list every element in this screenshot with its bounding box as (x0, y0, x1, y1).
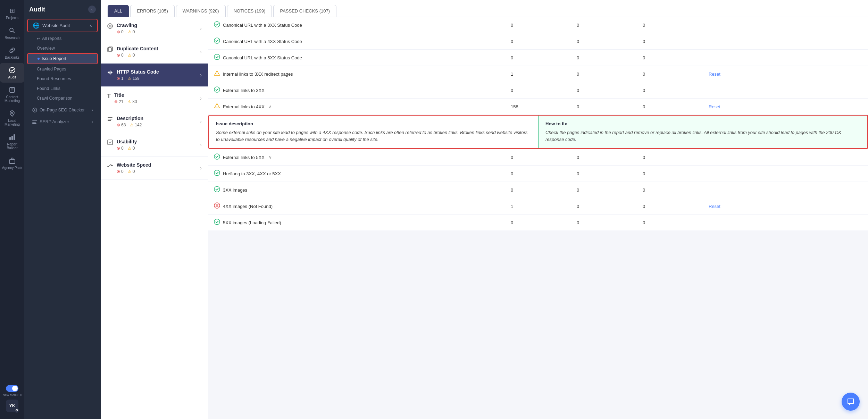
usability-warnings: 0 (133, 146, 135, 151)
category-crawling[interactable]: Crawling ⊗ 0 ⚠ 0 › (101, 17, 208, 40)
title-warnings: 80 (132, 99, 137, 104)
category-usability[interactable]: Usability ⊗ 0 ⚠ 0 › (101, 133, 208, 157)
reset-link[interactable]: Reset (709, 204, 720, 209)
category-left: T Title ⊗ 21 ⚠ 80 (107, 92, 137, 104)
category-left: Crawling ⊗ 0 ⚠ 0 (107, 23, 137, 34)
research-icon (8, 27, 16, 34)
nav-item-audit[interactable]: Audit (0, 63, 24, 83)
sidebar-item-found-resources[interactable]: Found Resources (27, 74, 98, 84)
content-marketing-icon (8, 86, 16, 94)
sidebar-serp-analyzer-header[interactable]: SERP Analyzer › (27, 116, 98, 127)
category-http-status[interactable]: HTTP Status Code ⊗ 1 ⚠ 159 (101, 64, 208, 87)
crawling-stats: ⊗ 0 ⚠ 0 (117, 30, 137, 34)
nav-item-agency-pack[interactable]: Agency Pack (0, 153, 24, 173)
tab-errors[interactable]: ERRORS (105) (130, 5, 175, 17)
tab-passed-checks[interactable]: PASSED CHECKS (107) (273, 5, 336, 17)
col2: 0 (505, 17, 571, 33)
table-row-external-4xx[interactable]: ! External links to 4XX ∧ 158 0 0 Reset (208, 99, 868, 115)
category-chevron5: › (200, 119, 202, 124)
category-description[interactable]: Description ⊗ 68 ⚠ 142 (101, 110, 208, 133)
nav-item-local-marketing[interactable]: Local Marketing (0, 106, 24, 130)
chat-button[interactable] (842, 393, 860, 411)
website-speed-stats: ⊗ 0 ⚠ 0 (117, 169, 151, 174)
reset-link[interactable]: Reset (709, 72, 720, 77)
nav-item-backlinks[interactable]: Backlinks (0, 43, 24, 63)
description-stats: ⊗ 68 ⚠ 142 (117, 123, 143, 127)
sidebar-item-found-links[interactable]: Found Links (27, 84, 98, 93)
chevron-up-icon: ∧ (89, 23, 92, 28)
sidebar-item-crawl-comparison[interactable]: Crawl Comparison (27, 93, 98, 103)
svg-point-22 (214, 87, 220, 92)
check-icon (214, 186, 220, 194)
duplicate-content-stats: ⊗ 0 ⚠ 0 (117, 53, 158, 58)
desc-warn-icon: ⚠ (130, 123, 134, 127)
issue-name-cell: 3XX images (214, 186, 500, 194)
usability-error-icon: ⊗ (117, 146, 120, 151)
svg-rect-12 (32, 123, 36, 124)
col4: 0 (637, 17, 703, 33)
on-page-seo-left: On-Page SEO Checker (32, 107, 85, 113)
sidebar-sub-items: ↩ All reports Overview Issue Report Craw… (24, 34, 101, 103)
warn-icon: ! (214, 103, 220, 110)
tab-all[interactable]: ALL (108, 5, 129, 17)
nav-item-projects[interactable]: ⊞ Projects (0, 3, 24, 23)
chevron-right-icon: › (92, 108, 93, 112)
svg-text:!: ! (216, 72, 217, 75)
svg-point-20 (214, 54, 220, 60)
serp-analyzer-left: SERP Analyzer (32, 119, 69, 125)
table-row[interactable]: External links to 5XX ∨ 0 0 0 (208, 149, 868, 166)
crawling-warn-icon: ⚠ (128, 30, 132, 34)
sidebar-collapse-button[interactable]: ‹ (88, 6, 96, 13)
issue-description-text: Some external links on your site lead to… (216, 129, 531, 143)
sidebar-item-crawled-pages[interactable]: Crawled Pages (27, 64, 98, 74)
category-duplicate-content[interactable]: Duplicate Content ⊗ 0 ⚠ 0 (101, 40, 208, 64)
title-errors: 21 (119, 99, 123, 104)
sidebar-item-all-reports[interactable]: ↩ All reports (27, 34, 98, 43)
sidebar-on-page-seo-header[interactable]: On-Page SEO Checker › (27, 104, 98, 116)
issue-description-box: Issue description Some external links on… (209, 116, 539, 148)
issue-name: External links to 3XX (223, 88, 265, 93)
audit-label: Audit (8, 75, 16, 79)
new-menu-toggle[interactable] (6, 385, 18, 392)
title-error-icon: ⊗ (114, 99, 118, 104)
table-row: 3XX images 0 0 0 (208, 182, 868, 198)
sidebar-item-overview[interactable]: Overview (27, 43, 98, 53)
category-title[interactable]: T Title ⊗ 21 ⚠ 80 (101, 87, 208, 110)
user-avatar[interactable]: YK ⚙ (6, 400, 18, 412)
category-chevron2: › (200, 49, 202, 55)
nav-item-research[interactable]: Research (0, 23, 24, 43)
duplicate-content-icon (107, 46, 113, 54)
nav-item-content-marketing[interactable]: Content Marketing (0, 83, 24, 106)
check-icon (214, 153, 220, 161)
chevron-down-icon: ∨ (269, 155, 272, 160)
svg-point-18 (214, 22, 220, 27)
sidebar-website-audit-header[interactable]: 🌐 Website Audit ∧ (27, 19, 98, 32)
svg-text:!: ! (216, 105, 217, 108)
local-marketing-icon (8, 110, 16, 117)
issue-report-label: Issue Report (42, 56, 66, 61)
issue-name: Hreflang to 3XX, 4XX or 5XX (223, 171, 281, 176)
dup-errors: 0 (121, 53, 124, 58)
sidebar-item-issue-report[interactable]: Issue Report (27, 53, 98, 64)
categories-panel: Crawling ⊗ 0 ⚠ 0 › (101, 17, 208, 419)
speed-warn-icon: ⚠ (128, 169, 132, 174)
found-resources-label: Found Resources (37, 76, 71, 81)
svg-point-14 (109, 25, 111, 27)
tab-notices[interactable]: NOTICES (199) (227, 5, 272, 17)
category-chevron3: › (200, 72, 202, 78)
sidebar-website-audit-section: 🌐 Website Audit ∧ ↩ All reports Overview… (24, 19, 101, 103)
table-row: Canonical URL with a 3XX Status Code 0 0… (208, 17, 868, 33)
usability-errors: 0 (121, 146, 124, 151)
found-links-label: Found Links (37, 86, 60, 91)
reset-link[interactable]: Reset (709, 104, 720, 109)
error-icon (214, 202, 220, 210)
table-row-expanded: Issue description Some external links on… (208, 115, 868, 149)
tab-warnings[interactable]: WARNINGS (920) (176, 5, 226, 17)
category-website-speed[interactable]: Website Speed ⊗ 0 ⚠ 0 (101, 157, 208, 180)
issue-name-cell: 4XX images (Not Found) (214, 202, 500, 210)
category-chevron: › (200, 26, 202, 31)
nav-icons-bar: ⊞ Projects Research Backlinks Audit Cont… (0, 0, 24, 419)
title-stats: ⊗ 21 ⚠ 80 (114, 99, 137, 104)
crawl-comparison-label: Crawl Comparison (37, 96, 73, 101)
nav-item-report-builder[interactable]: Report Builder (0, 130, 24, 153)
